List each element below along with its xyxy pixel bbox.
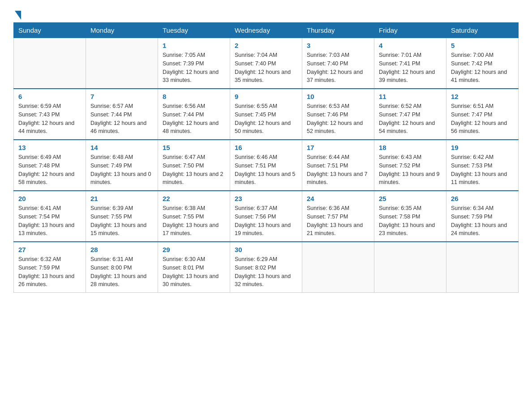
calendar-cell: 19Sunrise: 6:42 AMSunset: 7:53 PMDayligh… <box>446 140 519 191</box>
day-info: Sunrise: 7:04 AMSunset: 7:40 PMDaylight:… <box>235 51 297 85</box>
calendar-cell: 8Sunrise: 6:56 AMSunset: 7:44 PMDaylight… <box>158 89 230 140</box>
day-info: Sunrise: 7:03 AMSunset: 7:40 PMDaylight:… <box>307 51 369 85</box>
calendar-cell: 16Sunrise: 6:46 AMSunset: 7:51 PMDayligh… <box>230 140 302 191</box>
day-number: 22 <box>163 195 225 202</box>
day-info: Sunrise: 6:57 AMSunset: 7:44 PMDaylight:… <box>90 102 153 136</box>
calendar-week-row: 13Sunrise: 6:49 AMSunset: 7:48 PMDayligh… <box>14 140 519 191</box>
day-number: 5 <box>451 42 514 49</box>
day-info: Sunrise: 6:35 AMSunset: 7:58 PMDaylight:… <box>379 204 442 238</box>
calendar-cell: 12Sunrise: 6:51 AMSunset: 7:47 PMDayligh… <box>446 89 519 140</box>
day-info: Sunrise: 6:53 AMSunset: 7:46 PMDaylight:… <box>307 102 369 136</box>
calendar-cell: 29Sunrise: 6:30 AMSunset: 8:01 PMDayligh… <box>158 242 230 293</box>
day-info: Sunrise: 6:42 AMSunset: 7:53 PMDaylight:… <box>451 153 514 187</box>
calendar-header-row: SundayMondayTuesdayWednesdayThursdayFrid… <box>14 23 519 38</box>
calendar-cell: 24Sunrise: 6:36 AMSunset: 7:57 PMDayligh… <box>302 191 374 242</box>
day-number: 24 <box>307 195 369 202</box>
day-info: Sunrise: 6:51 AMSunset: 7:47 PMDaylight:… <box>451 102 514 136</box>
calendar-cell: 7Sunrise: 6:57 AMSunset: 7:44 PMDaylight… <box>86 89 158 140</box>
calendar-cell: 13Sunrise: 6:49 AMSunset: 7:48 PMDayligh… <box>14 140 86 191</box>
day-info: Sunrise: 7:00 AMSunset: 7:42 PMDaylight:… <box>451 51 514 85</box>
day-number: 6 <box>18 93 81 100</box>
calendar-cell: 25Sunrise: 6:35 AMSunset: 7:58 PMDayligh… <box>374 191 446 242</box>
day-number: 2 <box>235 42 297 49</box>
calendar-cell: 17Sunrise: 6:44 AMSunset: 7:51 PMDayligh… <box>302 140 374 191</box>
day-number: 21 <box>90 195 153 202</box>
day-info: Sunrise: 6:48 AMSunset: 7:49 PMDaylight:… <box>90 153 153 187</box>
calendar-cell: 1Sunrise: 7:05 AMSunset: 7:39 PMDaylight… <box>158 38 230 89</box>
calendar-cell: 14Sunrise: 6:48 AMSunset: 7:49 PMDayligh… <box>86 140 158 191</box>
calendar-cell: 11Sunrise: 6:52 AMSunset: 7:47 PMDayligh… <box>374 89 446 140</box>
day-info: Sunrise: 6:32 AMSunset: 7:59 PMDaylight:… <box>18 255 81 289</box>
day-number: 26 <box>451 195 514 202</box>
day-number: 17 <box>307 144 369 151</box>
day-info: Sunrise: 6:55 AMSunset: 7:45 PMDaylight:… <box>235 102 297 136</box>
day-info: Sunrise: 7:01 AMSunset: 7:41 PMDaylight:… <box>379 51 442 85</box>
day-number: 16 <box>235 144 297 151</box>
calendar-week-row: 27Sunrise: 6:32 AMSunset: 7:59 PMDayligh… <box>14 242 519 293</box>
day-number: 29 <box>163 246 225 253</box>
day-number: 7 <box>90 93 153 100</box>
day-info: Sunrise: 6:59 AMSunset: 7:43 PMDaylight:… <box>18 102 81 136</box>
day-info: Sunrise: 6:30 AMSunset: 8:01 PMDaylight:… <box>163 255 225 289</box>
calendar-cell <box>14 38 86 89</box>
column-header-tuesday: Tuesday <box>158 23 230 38</box>
day-info: Sunrise: 6:47 AMSunset: 7:50 PMDaylight:… <box>163 153 225 187</box>
day-number: 13 <box>18 144 81 151</box>
day-info: Sunrise: 6:41 AMSunset: 7:54 PMDaylight:… <box>18 204 81 238</box>
day-info: Sunrise: 7:05 AMSunset: 7:39 PMDaylight:… <box>163 51 225 85</box>
day-number: 18 <box>379 144 442 151</box>
calendar-cell: 22Sunrise: 6:38 AMSunset: 7:55 PMDayligh… <box>158 191 230 242</box>
calendar-cell: 26Sunrise: 6:34 AMSunset: 7:59 PMDayligh… <box>446 191 519 242</box>
column-header-sunday: Sunday <box>14 23 86 38</box>
calendar-week-row: 20Sunrise: 6:41 AMSunset: 7:54 PMDayligh… <box>14 191 519 242</box>
day-number: 19 <box>451 144 514 151</box>
calendar-cell <box>446 242 519 293</box>
column-header-monday: Monday <box>86 23 158 38</box>
day-number: 4 <box>379 42 442 49</box>
calendar-cell: 27Sunrise: 6:32 AMSunset: 7:59 PMDayligh… <box>14 242 86 293</box>
day-number: 11 <box>379 93 442 100</box>
day-number: 12 <box>451 93 514 100</box>
logo-arrow-icon <box>15 11 21 20</box>
day-number: 25 <box>379 195 442 202</box>
calendar-cell: 18Sunrise: 6:43 AMSunset: 7:52 PMDayligh… <box>374 140 446 191</box>
day-number: 14 <box>90 144 153 151</box>
day-info: Sunrise: 6:34 AMSunset: 7:59 PMDaylight:… <box>451 204 514 238</box>
calendar-cell: 3Sunrise: 7:03 AMSunset: 7:40 PMDaylight… <box>302 38 374 89</box>
day-info: Sunrise: 6:43 AMSunset: 7:52 PMDaylight:… <box>379 153 442 187</box>
calendar-cell <box>86 38 158 89</box>
calendar-cell <box>374 242 446 293</box>
day-info: Sunrise: 6:56 AMSunset: 7:44 PMDaylight:… <box>163 102 225 136</box>
column-header-wednesday: Wednesday <box>230 23 302 38</box>
day-info: Sunrise: 6:39 AMSunset: 7:55 PMDaylight:… <box>90 204 153 238</box>
calendar-cell: 20Sunrise: 6:41 AMSunset: 7:54 PMDayligh… <box>14 191 86 242</box>
day-number: 20 <box>18 195 81 202</box>
day-number: 8 <box>163 93 225 100</box>
day-number: 1 <box>163 42 225 49</box>
column-header-thursday: Thursday <box>302 23 374 38</box>
day-info: Sunrise: 6:52 AMSunset: 7:47 PMDaylight:… <box>379 102 442 136</box>
day-info: Sunrise: 6:36 AMSunset: 7:57 PMDaylight:… <box>307 204 369 238</box>
day-info: Sunrise: 6:29 AMSunset: 8:02 PMDaylight:… <box>235 255 297 289</box>
calendar-cell <box>302 242 374 293</box>
calendar-cell: 5Sunrise: 7:00 AMSunset: 7:42 PMDaylight… <box>446 38 519 89</box>
day-number: 23 <box>235 195 297 202</box>
column-header-friday: Friday <box>374 23 446 38</box>
column-header-saturday: Saturday <box>446 23 519 38</box>
calendar-week-row: 6Sunrise: 6:59 AMSunset: 7:43 PMDaylight… <box>14 89 519 140</box>
calendar-cell: 9Sunrise: 6:55 AMSunset: 7:45 PMDaylight… <box>230 89 302 140</box>
calendar-cell: 21Sunrise: 6:39 AMSunset: 7:55 PMDayligh… <box>86 191 158 242</box>
calendar-week-row: 1Sunrise: 7:05 AMSunset: 7:39 PMDaylight… <box>14 38 519 89</box>
day-number: 15 <box>163 144 225 151</box>
calendar-cell: 15Sunrise: 6:47 AMSunset: 7:50 PMDayligh… <box>158 140 230 191</box>
calendar-cell: 28Sunrise: 6:31 AMSunset: 8:00 PMDayligh… <box>86 242 158 293</box>
day-number: 9 <box>235 93 297 100</box>
day-number: 30 <box>235 246 297 253</box>
logo <box>13 9 21 18</box>
calendar-cell: 30Sunrise: 6:29 AMSunset: 8:02 PMDayligh… <box>230 242 302 293</box>
calendar-table: SundayMondayTuesdayWednesdayThursdayFrid… <box>13 22 519 293</box>
calendar-cell: 2Sunrise: 7:04 AMSunset: 7:40 PMDaylight… <box>230 38 302 89</box>
day-info: Sunrise: 6:44 AMSunset: 7:51 PMDaylight:… <box>307 153 369 187</box>
page-header <box>13 9 519 18</box>
calendar-cell: 23Sunrise: 6:37 AMSunset: 7:56 PMDayligh… <box>230 191 302 242</box>
